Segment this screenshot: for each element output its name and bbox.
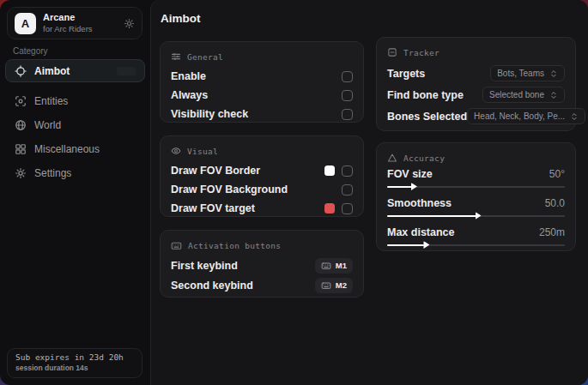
activation-card: Activation buttons First keybind M1	[160, 230, 364, 298]
second-keybind-button[interactable]: M2	[315, 278, 353, 293]
tracker-card: Tracker Targets Bots, Teams Fin	[376, 37, 576, 131]
main-panel: Aimbot General Enable Always	[150, 0, 588, 385]
sidebar-item-label: Settings	[34, 167, 71, 179]
app-title: Arcane	[43, 12, 93, 24]
fov-target-color-swatch[interactable]	[324, 203, 335, 214]
gear-icon	[15, 167, 27, 179]
crosshair-icon	[15, 65, 27, 77]
setting-row-enable: Enable	[171, 67, 353, 86]
smoothness-slider[interactable]	[387, 212, 565, 220]
app-subtitle: for Arc Riders	[43, 24, 93, 33]
always-checkbox[interactable]	[342, 90, 353, 101]
sidebar-item-label: World	[34, 119, 61, 131]
setting-label: FOV size	[387, 168, 433, 180]
setting-label: First keybind	[171, 260, 238, 272]
setting-label: Draw FOV Background	[171, 183, 288, 196]
session-duration-text: session duration 14s	[15, 364, 134, 372]
slider-fill	[387, 186, 412, 188]
sub-expiry-text: Sub expires in 23d 20h	[15, 352, 134, 362]
setting-row-targets: Targets Bots, Teams	[387, 63, 565, 84]
keybind-value: M1	[336, 261, 347, 270]
setting-row-visibility-check: Visibility check	[171, 105, 353, 123]
dropdown-value: Selected bone	[489, 90, 544, 99]
setting-label: Find bone type	[387, 89, 464, 101]
targets-dropdown[interactable]: Bots, Teams	[490, 65, 565, 81]
setting-row-find-bone-type: Find bone type Selected bone	[387, 84, 565, 105]
setting-row-first-keybind: First keybind M1	[171, 256, 353, 275]
slider-thumb[interactable]	[423, 241, 429, 249]
setting-row-second-keybind: Second keybind M2	[171, 275, 353, 295]
setting-label: Max distance	[387, 226, 455, 238]
setting-label: Always	[171, 89, 208, 101]
general-card-title: General	[187, 52, 223, 62]
setting-row-always: Always	[171, 86, 353, 105]
max-distance-slider[interactable]	[387, 241, 565, 249]
header-gear-icon[interactable]	[124, 18, 135, 29]
fov-size-slider[interactable]	[387, 183, 565, 190]
page-title: Aimbot	[161, 12, 201, 25]
frame-minus-icon	[387, 47, 397, 57]
visual-card: Visual Draw FOV Border Draw FOV Backgrou…	[160, 135, 364, 217]
setting-label: Bones Selected	[387, 111, 467, 123]
keyboard-icon	[171, 240, 182, 251]
slider-thumb[interactable]	[476, 212, 482, 220]
sidebar: A Arcane for Arc Riders Category	[0, 0, 150, 385]
sidebar-item-label: Aimbot	[34, 65, 70, 77]
chevrons-up-down-icon	[549, 69, 558, 78]
sidebar-item-world[interactable]: World	[5, 113, 145, 136]
fov-size-value: 50°	[549, 168, 565, 180]
globe-icon	[15, 119, 27, 131]
accuracy-card-header: Accuracy	[387, 151, 565, 165]
setting-label: Targets	[387, 68, 425, 80]
dropdown-value: Bots, Teams	[497, 69, 544, 78]
dropdown-value: Head, Neck, Body, Pe...	[474, 111, 565, 121]
setting-label: Smoothness	[387, 197, 452, 209]
setting-row-fov-size: FOV size 50°	[387, 166, 565, 181]
first-keybind-button[interactable]: M1	[315, 258, 353, 274]
setting-row-fov-background: Draw FOV Background	[171, 180, 353, 199]
general-card-header: General	[171, 50, 353, 63]
setting-row-fov-border: Draw FOV Border	[171, 161, 353, 180]
slider-fill	[387, 244, 424, 246]
app-window: A Arcane for Arc Riders Category	[0, 0, 588, 385]
fov-background-checkbox[interactable]	[342, 184, 353, 196]
fov-border-color-swatch[interactable]	[324, 165, 335, 176]
bones-selected-dropdown[interactable]: Head, Neck, Body, Pe...	[467, 108, 585, 124]
activation-card-title: Activation buttons	[188, 241, 281, 250]
fov-target-checkbox[interactable]	[342, 203, 353, 214]
activation-card-header: Activation buttons	[171, 238, 353, 252]
chevrons-up-down-icon	[570, 112, 579, 121]
enable-checkbox[interactable]	[342, 71, 353, 82]
selected-item-hint	[117, 67, 136, 75]
sidebar-item-label: Entities	[34, 95, 68, 107]
setting-row-fov-target: Draw FOV target	[171, 199, 353, 218]
visual-card-header: Visual	[171, 144, 353, 158]
slider-thumb[interactable]	[411, 183, 417, 190]
keybind-value: M2	[336, 280, 347, 290]
sidebar-item-settings[interactable]: Settings	[5, 161, 145, 184]
sidebar-item-entities[interactable]: Entities	[5, 89, 145, 112]
find-bone-type-dropdown[interactable]: Selected bone	[482, 87, 565, 103]
chevrons-up-down-icon	[549, 91, 558, 99]
sidebar-item-label: Miscellaneous	[34, 143, 100, 155]
grid-icon	[15, 143, 27, 155]
setting-row-max-distance: Max distance 250m	[387, 225, 565, 239]
smoothness-value: 50.0	[545, 197, 565, 209]
app-title-block: Arcane for Arc Riders	[43, 12, 93, 33]
subscription-info-box: Sub expires in 23d 20h session duration …	[7, 348, 142, 378]
max-distance-value: 250m	[539, 226, 565, 238]
sidebar-item-miscellaneous[interactable]: Miscellaneous	[5, 137, 145, 160]
sidebar-nav: Aimbot Entities	[5, 59, 145, 185]
setting-label: Draw FOV target	[171, 202, 255, 214]
accuracy-card: Accuracy FOV size 50° Smoothness 50.0	[376, 142, 576, 251]
tracker-card-title: Tracker	[403, 48, 439, 57]
visibility-check-checkbox[interactable]	[342, 109, 353, 120]
triangle-icon	[387, 153, 397, 163]
scan-icon	[15, 95, 27, 107]
tracker-card-header: Tracker	[387, 45, 565, 59]
fov-border-checkbox[interactable]	[342, 165, 353, 177]
app-logo: A	[15, 13, 36, 34]
sidebar-item-aimbot[interactable]: Aimbot	[5, 59, 145, 82]
eye-icon	[171, 146, 181, 156]
app-header: A Arcane for Arc Riders	[7, 7, 142, 39]
